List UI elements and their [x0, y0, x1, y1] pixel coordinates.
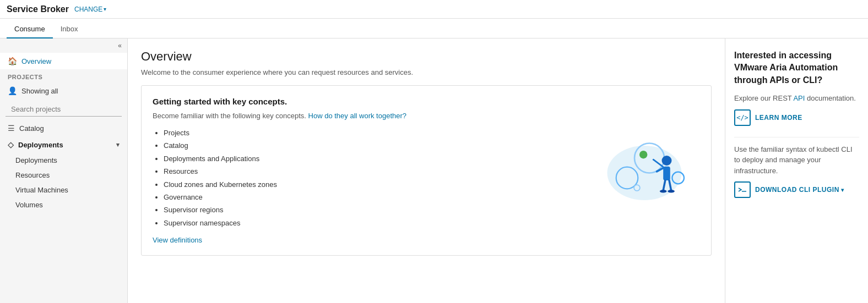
sidebar-child-deployments[interactable]: Deployments: [0, 153, 127, 168]
tab-inbox[interactable]: Inbox: [53, 20, 86, 38]
svg-point-12: [668, 190, 675, 192]
home-icon: 🏠: [8, 57, 17, 65]
code-icon: </>: [734, 109, 751, 126]
search-projects-input[interactable]: [6, 102, 122, 117]
collapse-button[interactable]: «: [0, 38, 127, 53]
list-item: Governance: [164, 191, 568, 203]
page-subtitle: Welcome to the consumer experience where…: [141, 68, 712, 76]
sidebar-item-overview[interactable]: 🏠 Overview: [0, 53, 127, 69]
top-bar: Service Broker CHANGE: [0, 0, 868, 19]
svg-point-11: [660, 190, 667, 192]
download-cli-button[interactable]: DOWNLOAD CLI PLUGIN: [734, 181, 859, 198]
api-text: Explore our REST API documentation.: [734, 93, 859, 104]
sidebar: « 🏠 Overview Projects 👤 Showing all ☰ Ca…: [0, 38, 128, 303]
svg-point-3: [639, 151, 647, 158]
sidebar-overview-label: Overview: [21, 57, 51, 65]
tab-consume[interactable]: Consume: [7, 20, 53, 38]
main-layout: « 🏠 Overview Projects 👤 Showing all ☰ Ca…: [0, 38, 868, 303]
sidebar-child-resources[interactable]: Resources: [0, 168, 127, 183]
chevron-down-icon: ▾: [116, 141, 120, 148]
catalog-label: Catalog: [19, 124, 44, 133]
showing-all-label: Showing all: [21, 87, 58, 95]
card-illustration: [579, 97, 700, 244]
sidebar-child-volumes[interactable]: Volumes: [0, 197, 127, 212]
learn-more-label: LEARN MORE: [755, 114, 802, 122]
person-icon: 👤: [8, 86, 17, 95]
api-link[interactable]: API: [793, 94, 805, 102]
list-item: Deployments and Applications: [164, 152, 568, 165]
how-they-work-link[interactable]: How do they all work together?: [308, 112, 406, 120]
content-area: Overview Welcome to the consumer experie…: [128, 38, 725, 303]
card-left: Getting started with key concepts. Becom…: [153, 97, 568, 244]
tab-bar: Consume Inbox: [0, 19, 868, 38]
view-definitions-link[interactable]: View definitions: [153, 236, 202, 244]
change-button[interactable]: CHANGE: [74, 5, 106, 13]
download-label: DOWNLOAD CLI PLUGIN: [755, 186, 844, 194]
sidebar-item-showing-all[interactable]: 👤 Showing all: [0, 82, 127, 99]
list-item: Supervisor regions: [164, 203, 568, 216]
svg-point-5: [662, 156, 672, 166]
concepts-list: Projects Catalog Deployments and Applica…: [153, 126, 568, 229]
terminal-icon: [734, 181, 751, 198]
list-item: Resources: [164, 165, 568, 178]
deployments-label: Deployments: [18, 141, 63, 149]
getting-started-card: Getting started with key concepts. Becom…: [141, 85, 712, 256]
sidebar-item-deployments[interactable]: ◇ Deployments ▾: [0, 136, 127, 153]
list-item: Catalog: [164, 139, 568, 152]
cli-text: Use the familiar syntax of kubectl CLI t…: [734, 144, 859, 177]
page-title: Overview: [141, 49, 712, 64]
learn-more-button[interactable]: </> LEARN MORE: [734, 109, 859, 126]
divider: [734, 137, 859, 137]
list-item: Cloud zones and Kubernetes zones: [164, 178, 568, 191]
card-intro: Become familiar with the following key c…: [153, 112, 568, 120]
right-panel: Interested in accessing VMware Aria Auto…: [725, 38, 868, 303]
sidebar-item-catalog[interactable]: ☰ Catalog: [0, 120, 127, 136]
list-item: Supervisor namespaces: [164, 217, 568, 229]
app-title: Service Broker: [7, 4, 69, 14]
card-heading: Getting started with key concepts.: [153, 97, 568, 106]
projects-section-label: Projects: [0, 69, 127, 82]
svg-rect-6: [663, 167, 670, 180]
list-item: Projects: [164, 126, 568, 139]
right-panel-title: Interested in accessing VMware Aria Auto…: [734, 49, 859, 86]
sidebar-child-virtual-machines[interactable]: Virtual Machines: [0, 183, 127, 197]
catalog-icon: ☰: [8, 124, 15, 133]
deployments-icon: ◇: [8, 140, 14, 149]
